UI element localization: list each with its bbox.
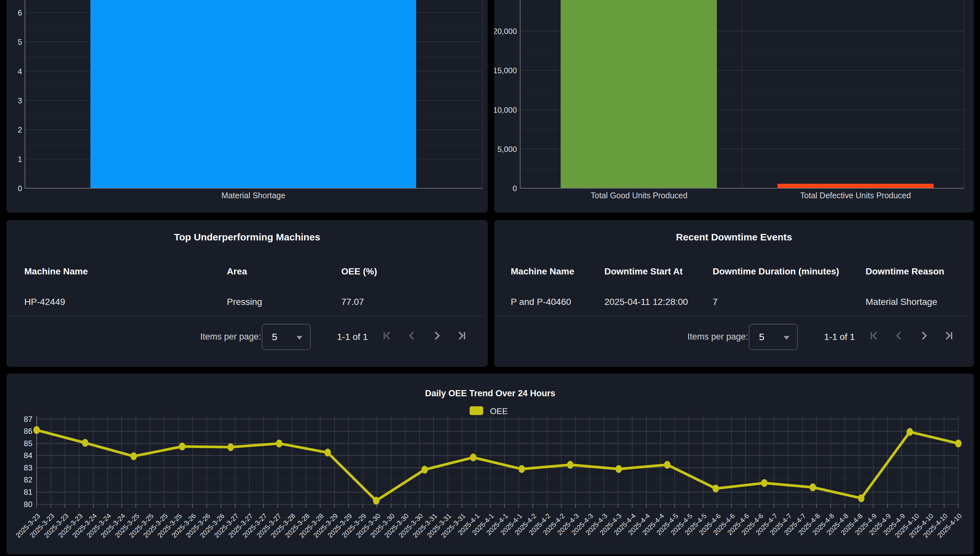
table-title: Recent Downtime Events <box>494 232 974 243</box>
cell-oee: 77.07 <box>341 297 364 307</box>
next-page-button[interactable] <box>917 328 931 343</box>
dashboard: 0123456Material Shortage 05,00010,00015,… <box>0 0 980 556</box>
svg-text:80: 80 <box>24 500 32 509</box>
items-per-page-label: Items per page: <box>687 332 748 342</box>
svg-text:82: 82 <box>24 475 32 484</box>
downtime-by-reason-bar-chart: 0123456Material Shortage <box>6 0 488 213</box>
svg-text:10,000: 10,000 <box>494 106 517 115</box>
svg-text:4: 4 <box>18 67 22 76</box>
cell-downtime-start: 2025-04-11 12:28:00 <box>605 297 688 307</box>
svg-text:2: 2 <box>18 125 22 134</box>
row-divider <box>498 316 970 316</box>
svg-text:81: 81 <box>24 488 32 496</box>
svg-text:5: 5 <box>18 37 22 46</box>
page-range-label: 1-1 of 1 <box>337 332 368 342</box>
page-size-select[interactable]: 5 <box>262 324 310 350</box>
chevron-right-icon <box>917 328 931 343</box>
cell-downtime-duration: 7 <box>713 297 718 307</box>
panel-top-underperforming-machines: Top Underperforming Machines Machine Nam… <box>6 220 488 367</box>
svg-text:Total Good Units Produced: Total Good Units Produced <box>591 191 688 200</box>
first-page-button[interactable] <box>380 328 394 343</box>
next-page-button[interactable] <box>430 328 444 343</box>
cell-area: Pressing <box>227 297 262 307</box>
svg-text:1: 1 <box>18 155 22 163</box>
previous-page-button[interactable] <box>405 328 419 343</box>
svg-text:85: 85 <box>24 439 32 448</box>
cell-machine-name: HP-42449 <box>24 297 65 307</box>
column-header-machine-name: Machine Name <box>24 266 88 277</box>
items-per-page-label: Items per page: <box>200 332 261 342</box>
svg-text:86: 86 <box>24 427 32 435</box>
panel-production-units-chart: 05,00010,00015,00020,000Total Good Units… <box>494 0 974 213</box>
panel-oee-trend-chart: Daily OEE Trend Over 24 Hours OEE 2025-3… <box>6 373 974 554</box>
last-page-button[interactable] <box>942 328 956 343</box>
last-page-icon <box>942 328 956 343</box>
svg-text:0: 0 <box>513 184 517 193</box>
column-header-downtime-start: Downtime Start At <box>605 266 683 277</box>
first-page-button[interactable] <box>867 328 881 343</box>
first-page-icon <box>867 328 881 343</box>
svg-text:Material Shortage: Material Shortage <box>222 191 285 200</box>
svg-text:3: 3 <box>18 96 22 105</box>
chevron-right-icon <box>430 328 444 343</box>
column-header-oee: OEE (%) <box>341 266 377 277</box>
first-page-icon <box>380 328 394 343</box>
panel-recent-downtime-events: Recent Downtime Events Machine Name Down… <box>494 220 974 367</box>
svg-text:83: 83 <box>24 463 32 472</box>
svg-text:0: 0 <box>18 184 22 193</box>
last-page-icon <box>455 328 469 343</box>
production-units-bar-chart: 05,00010,00015,00020,000Total Good Units… <box>494 0 974 213</box>
chevron-left-icon <box>405 328 419 343</box>
previous-page-button[interactable] <box>892 328 906 343</box>
column-header-downtime-reason: Downtime Reason <box>865 266 944 277</box>
page-range-label: 1-1 of 1 <box>824 332 855 342</box>
oee-trend-line-chart: 2025-3-232025-3-232025-3-232025-3-232025… <box>6 373 974 554</box>
cell-downtime-reason: Material Shortage <box>865 297 937 307</box>
chevron-left-icon <box>892 328 906 343</box>
panel-downtime-by-reason-chart: 0123456Material Shortage <box>6 0 488 213</box>
cell-machine-name: P and P-40460 <box>511 297 571 307</box>
paginator: Items per page: 5 1-1 of 1 <box>494 324 974 350</box>
table-title: Top Underperforming Machines <box>6 232 488 243</box>
page-size-value: 5 <box>272 331 277 343</box>
chevron-down-icon <box>296 336 302 339</box>
svg-text:87: 87 <box>24 415 32 423</box>
column-header-area: Area <box>227 266 247 277</box>
svg-text:15,000: 15,000 <box>494 66 517 75</box>
svg-text:84: 84 <box>24 451 32 460</box>
svg-text:6: 6 <box>18 8 22 17</box>
svg-text:5,000: 5,000 <box>498 145 517 154</box>
svg-text:20,000: 20,000 <box>494 27 517 36</box>
page-size-value: 5 <box>759 331 765 343</box>
svg-text:Total Defective Units Produced: Total Defective Units Produced <box>800 191 911 200</box>
last-page-button[interactable] <box>455 328 469 343</box>
chevron-down-icon <box>784 336 789 339</box>
row-divider <box>10 316 484 316</box>
page-size-select[interactable]: 5 <box>749 324 797 350</box>
column-header-machine-name: Machine Name <box>511 266 574 277</box>
paginator: Items per page: 5 1-1 of 1 <box>6 324 488 350</box>
column-header-downtime-duration: Downtime Duration (minutes) <box>713 266 839 277</box>
